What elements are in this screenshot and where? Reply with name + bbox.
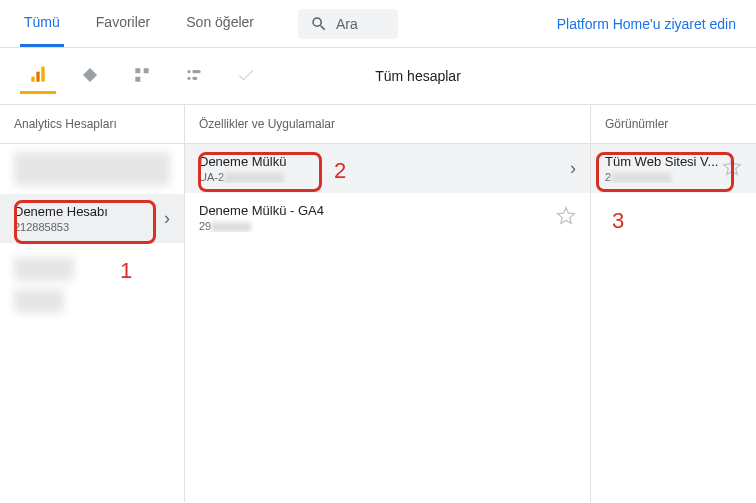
surveys-icon[interactable]	[228, 58, 264, 94]
search-input[interactable]: Ara	[298, 9, 398, 39]
svg-rect-1	[36, 71, 39, 81]
search-placeholder: Ara	[336, 16, 358, 32]
tab-all[interactable]: Tümü	[20, 0, 64, 47]
account-item-redacted[interactable]	[14, 152, 170, 186]
views-column: Görünümler Tüm Web Sitesi V... 2	[591, 105, 756, 502]
account-title: Deneme Hesabı	[14, 204, 164, 219]
account-item-selected[interactable]: Deneme Hesabı 212885853 ›	[0, 194, 184, 243]
views-header: Görünümler	[591, 105, 756, 144]
svg-rect-7	[192, 76, 197, 79]
property-title: Deneme Mülkü	[199, 154, 570, 169]
view-item-selected[interactable]: Tüm Web Sitesi V... 2	[591, 144, 756, 193]
chevron-right-icon: ›	[164, 208, 170, 229]
view-id: 2	[605, 171, 722, 183]
svg-rect-0	[31, 76, 34, 81]
property-item[interactable]: Deneme Mülkü - GA4 29	[185, 193, 590, 242]
account-item-redacted[interactable]	[14, 257, 74, 281]
svg-rect-2	[41, 66, 44, 81]
analytics-icon[interactable]	[20, 58, 56, 94]
svg-point-4	[187, 70, 190, 73]
tab-favorites[interactable]: Favoriler	[92, 0, 154, 47]
tab-recent[interactable]: Son öğeler	[182, 0, 258, 47]
properties-column: Özellikler ve Uygulamalar Deneme Mülkü U…	[185, 105, 591, 502]
property-id: 29	[199, 220, 556, 232]
svg-rect-3	[83, 67, 97, 81]
properties-header: Özellikler ve Uygulamalar	[185, 105, 590, 144]
platform-home-link[interactable]: Platform Home'u ziyaret edin	[557, 16, 736, 32]
property-id: UA-2	[199, 171, 570, 183]
optimize-icon[interactable]	[124, 58, 160, 94]
account-item-redacted[interactable]	[14, 289, 64, 313]
data-studio-icon[interactable]	[176, 58, 212, 94]
accounts-header: Analytics Hesapları	[0, 105, 184, 144]
chevron-right-icon: ›	[570, 158, 576, 179]
all-accounts-title: Tüm hesaplar	[375, 68, 641, 84]
view-title: Tüm Web Sitesi V...	[605, 154, 722, 169]
account-id: 212885853	[14, 221, 164, 233]
svg-rect-5	[192, 70, 200, 73]
star-icon[interactable]	[722, 157, 742, 180]
star-icon[interactable]	[556, 206, 576, 229]
property-item-selected[interactable]: Deneme Mülkü UA-2 ›	[185, 144, 590, 193]
property-title: Deneme Mülkü - GA4	[199, 203, 556, 218]
svg-point-6	[187, 76, 190, 79]
accounts-column: Analytics Hesapları Deneme Hesabı 212885…	[0, 105, 185, 502]
tag-manager-icon[interactable]	[72, 58, 108, 94]
search-icon	[310, 15, 328, 33]
